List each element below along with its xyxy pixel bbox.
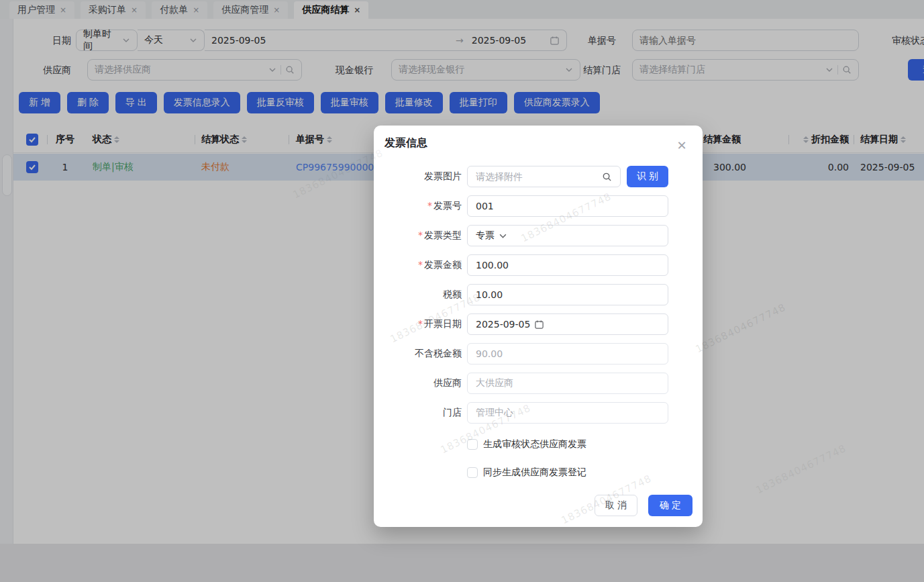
checkbox-label: 同步生成供应商发票登记 [483, 467, 586, 479]
field-invoice-date: *开票日期 2025-09-05 [384, 313, 703, 335]
sync-invoice-register-checkbox[interactable] [467, 467, 478, 478]
untaxed-amount-input: 90.00 [467, 343, 668, 365]
recognize-button[interactable]: 识 别 [627, 166, 668, 187]
field-supplier: 供应商 大供应商 [384, 373, 703, 394]
invoice-no-field[interactable] [476, 201, 660, 211]
invoice-image-field[interactable] [476, 171, 598, 182]
required-mark: * [418, 318, 423, 329]
field-untaxed-amount: 不含税金额 90.00 [384, 343, 703, 365]
store-label: 门店 [384, 407, 462, 419]
invoice-date-value: 2025-09-05 [476, 319, 530, 330]
invoice-no-input[interactable] [467, 195, 668, 217]
supplier-input: 大供应商 [467, 373, 668, 394]
invoice-type-label: *发票类型 [384, 230, 462, 242]
field-invoice-amount: *发票金额 [384, 254, 703, 276]
tax-label: 税额 [384, 289, 462, 301]
field-invoice-no: *发票号 [384, 195, 703, 217]
required-mark: * [418, 259, 423, 270]
untaxed-amount-label: 不含税金额 [384, 348, 462, 360]
invoice-amount-input[interactable] [467, 254, 668, 276]
modal-title: 发票信息 [384, 136, 703, 151]
checkbox-label: 生成审核状态供应商发票 [483, 438, 586, 450]
field-store: 门店 管理中心 [384, 402, 703, 424]
generate-audited-invoice-option: 生成审核状态供应商发票 [467, 437, 703, 452]
required-mark: * [418, 230, 423, 240]
required-mark: * [427, 200, 432, 211]
field-invoice-image: 发票图片 识 别 [384, 166, 703, 187]
confirm-button[interactable]: 确 定 [648, 495, 692, 516]
invoice-date-label: *开票日期 [384, 318, 462, 330]
invoice-info-modal: 发票信息 ✕ 发票图片 识 别 *发票号 *发票类型 专票 *发票金额 [374, 126, 703, 527]
invoice-no-label: *发票号 [384, 200, 462, 212]
untaxed-amount-value: 90.00 [476, 348, 503, 359]
close-icon[interactable]: ✕ [674, 138, 689, 152]
tax-field[interactable] [476, 289, 660, 300]
invoice-image-input[interactable] [467, 166, 621, 187]
invoice-image-label: 发票图片 [384, 171, 462, 183]
tax-input[interactable] [467, 284, 668, 305]
generate-audited-invoice-checkbox[interactable] [467, 439, 478, 450]
invoice-type-select[interactable]: 专票 [467, 225, 668, 246]
invoice-date-input[interactable]: 2025-09-05 [467, 313, 668, 335]
store-value: 管理中心 [476, 407, 513, 419]
search-icon[interactable] [602, 172, 612, 182]
field-tax: 税额 [384, 284, 703, 305]
invoice-amount-field[interactable] [476, 260, 660, 271]
invoice-type-value: 专票 [476, 230, 495, 242]
modal-footer: 取 消 确 定 [595, 495, 692, 516]
cancel-button[interactable]: 取 消 [595, 495, 637, 516]
invoice-amount-label: *发票金额 [384, 259, 462, 271]
store-input: 管理中心 [467, 402, 668, 424]
chevron-down-icon [499, 232, 507, 240]
calendar-icon [534, 320, 544, 330]
sync-invoice-register-option: 同步生成供应商发票登记 [467, 465, 703, 480]
supplier-value: 大供应商 [476, 377, 513, 389]
supplier-label: 供应商 [384, 377, 462, 389]
field-invoice-type: *发票类型 专票 [384, 225, 703, 246]
